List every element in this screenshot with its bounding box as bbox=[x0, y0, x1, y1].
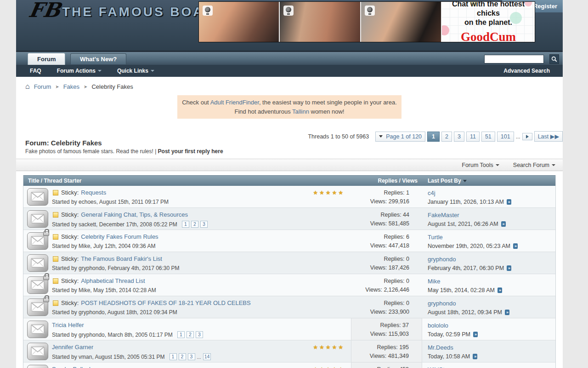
lastpost-user-link[interactable]: c4j bbox=[428, 190, 435, 196]
home-icon[interactable]: ⌂ bbox=[25, 83, 30, 90]
thread-page-link[interactable]: 2 bbox=[179, 353, 186, 360]
lastpost-user-link[interactable]: bolololo bbox=[428, 322, 448, 329]
thread-page-link[interactable]: 14 bbox=[203, 353, 211, 360]
goto-last-post-icon[interactable]: » bbox=[507, 199, 511, 205]
banner-ad[interactable]: Chat with the hottest chicks on the plan… bbox=[198, 1, 535, 42]
decor-dot bbox=[442, 25, 449, 35]
thread-page-link[interactable]: 2 bbox=[191, 221, 198, 228]
page-number-button[interactable]: 101 bbox=[497, 132, 514, 142]
goto-last-post-icon[interactable]: » bbox=[507, 265, 511, 271]
lastpost-date: Today, 10:58 AM bbox=[428, 353, 470, 360]
breadcrumb-arrow-icon: ➤ bbox=[84, 84, 87, 89]
lastpost-user-link[interactable]: Mike bbox=[428, 278, 440, 285]
goto-last-post-icon[interactable]: » bbox=[513, 243, 518, 249]
last-post-cell: bolololoToday, 02:59 PM» bbox=[422, 318, 555, 340]
subnav-forum-actions-label: Forum Actions bbox=[57, 68, 96, 74]
promo-link-tallinn[interactable]: Tallinn bbox=[292, 108, 309, 115]
tab-whats-new[interactable]: What's New? bbox=[70, 53, 126, 64]
lastpost-user-link[interactable]: FakeMaster bbox=[428, 212, 459, 218]
column-last-post-by[interactable]: Last Post By bbox=[422, 178, 555, 184]
page-number-button[interactable]: 2 bbox=[441, 132, 452, 142]
thread-title-link[interactable]: Celebrity Fakes Forum Rules bbox=[81, 233, 158, 240]
search-input[interactable] bbox=[484, 55, 544, 63]
ad-brand: GoodCum bbox=[461, 30, 516, 42]
search-button[interactable] bbox=[549, 54, 559, 64]
subnav-forum-actions[interactable]: Forum Actions bbox=[57, 68, 102, 74]
last-post-cell: FakeMasterAugust 1st, 2021, 06:26 AM» bbox=[422, 208, 555, 230]
search-forum-label: Search Forum bbox=[513, 162, 549, 168]
sticky-note-icon bbox=[53, 234, 58, 240]
column-title-thread-starter[interactable]: Title / Thread Starter bbox=[23, 178, 351, 184]
forum-tools-menu[interactable]: Forum Tools bbox=[462, 162, 499, 168]
page-number-button[interactable]: 1 bbox=[427, 132, 440, 142]
lock-icon bbox=[43, 231, 49, 236]
thread-page-link[interactable]: 1 bbox=[170, 353, 177, 360]
thread-title-link[interactable]: Jennifer Garner bbox=[52, 344, 93, 351]
thread-title-link[interactable]: POST HEADSHOTS OF FAKES OF 18-21 YEAR OL… bbox=[81, 299, 250, 306]
thread-page-link[interactable]: 2 bbox=[187, 331, 194, 338]
promo-text: women now! bbox=[309, 108, 345, 115]
thread-page-link[interactable]: 3 bbox=[188, 353, 195, 360]
page-number-button[interactable]: 11 bbox=[466, 132, 480, 142]
page-dropdown-label: Page 1 of 120 bbox=[386, 133, 422, 140]
dropdown-arrow-icon bbox=[379, 135, 383, 138]
thread-page-link[interactable]: 1 bbox=[177, 331, 185, 338]
subnav-bar: FAQ Forum Actions Quick Links Advanced S… bbox=[16, 65, 563, 77]
thread-started-text: Started by sackett, December 17th, 2008 … bbox=[52, 221, 177, 228]
rating-stars-icon: ★★★★★ bbox=[309, 344, 347, 351]
column-replies-views[interactable]: Replies / Views bbox=[351, 178, 422, 184]
lock-icon bbox=[43, 276, 49, 280]
next-page-button[interactable] bbox=[522, 133, 532, 140]
thread-title-line: Tricia Helfer bbox=[52, 322, 347, 328]
lastpost-user-link[interactable]: gryphondo bbox=[428, 256, 456, 263]
thread-main-cell: Sticky:General Faking Chat, Tips, & Reso… bbox=[52, 208, 351, 230]
lastpost-date-line: February 4th, 2017, 06:30 PM» bbox=[428, 265, 555, 271]
page-number-button[interactable]: 3 bbox=[454, 132, 464, 142]
lastpost-user-link[interactable]: WikiStars bbox=[428, 366, 453, 368]
search-forum-menu[interactable]: Search Forum bbox=[513, 162, 555, 168]
thread-title-link[interactable]: Tricia Helfer bbox=[52, 322, 84, 328]
threads-count-info: Threads 1 to 50 of 5963 bbox=[308, 133, 369, 140]
promo-link-friendfinder[interactable]: Adult FriendFinder bbox=[210, 99, 259, 106]
thread-started-text: Started by vman, August 15th, 2005 05:31… bbox=[52, 354, 165, 360]
search-icon bbox=[551, 56, 557, 62]
thread-page-link[interactable]: 3 bbox=[196, 331, 203, 338]
breadcrumb-forum[interactable]: Forum bbox=[34, 83, 51, 90]
goto-last-post-icon[interactable]: » bbox=[473, 354, 477, 359]
breadcrumb-current: Celebrity Fakes bbox=[91, 83, 133, 90]
tab-forum[interactable]: Forum bbox=[28, 53, 65, 65]
thread-title-link[interactable]: Requests bbox=[81, 189, 106, 196]
lastpost-date-line: Today, 10:58 AM» bbox=[428, 353, 555, 360]
page-number-button[interactable]: 51 bbox=[481, 132, 495, 142]
sticky-note-icon bbox=[53, 300, 58, 306]
register-button[interactable]: Register bbox=[533, 3, 557, 10]
thread-title-link[interactable]: The Famous Board Fakir's List bbox=[81, 255, 162, 262]
goto-last-post-icon[interactable]: » bbox=[498, 288, 502, 293]
thread-page-link[interactable]: 3 bbox=[200, 221, 208, 228]
thread-title-link[interactable]: Alphabetical Thread List bbox=[81, 277, 145, 284]
last-page-button[interactable]: Last ▶▶ bbox=[534, 131, 563, 142]
thread-main-cell: Sticky:Alphabetical Thread ListStarted b… bbox=[52, 274, 351, 296]
lastpost-user-link[interactable]: gryphondo bbox=[428, 300, 456, 307]
goto-last-post-icon[interactable]: » bbox=[505, 310, 509, 315]
replies-views-cell: Replies: 6Views: 447,418 bbox=[351, 230, 422, 252]
breadcrumb-fakes[interactable]: Fakes bbox=[63, 83, 79, 90]
lastpost-user-link[interactable]: Mr.Deeds bbox=[428, 344, 453, 351]
thread-row: Sticky:The Famous Board Fakir's ListStar… bbox=[23, 252, 555, 274]
last-post-cell: Mr.DeedsToday, 10:58 AM» bbox=[422, 340, 555, 362]
first-reply-link[interactable]: Post your first reply here bbox=[158, 148, 223, 155]
goto-last-post-icon[interactable]: » bbox=[473, 332, 478, 337]
lastpost-user-link[interactable]: Turtle bbox=[428, 234, 443, 241]
sticky-prefix: Sticky: bbox=[61, 211, 79, 218]
goto-last-post-icon[interactable]: » bbox=[501, 221, 506, 227]
subnav-quick-links[interactable]: Quick Links bbox=[117, 68, 154, 74]
thread-title-line: Sticky:Requests★★★★★ bbox=[52, 189, 347, 196]
last-post-cell: c4jJanuary 11th, 2026, 10:13 AM» bbox=[422, 186, 555, 207]
thread-title-link[interactable]: Sandra Bullock bbox=[52, 366, 92, 368]
advanced-search-link[interactable]: Advanced Search bbox=[503, 68, 550, 74]
replies-views-cell: Replies: 37Views: 115,903 bbox=[351, 318, 422, 340]
subnav-faq[interactable]: FAQ bbox=[30, 68, 41, 74]
page-dropdown-button[interactable]: Page 1 of 120 bbox=[375, 132, 425, 142]
thread-page-link[interactable]: 1 bbox=[182, 221, 189, 228]
thread-title-link[interactable]: General Faking Chat, Tips, & Resources bbox=[81, 211, 188, 218]
